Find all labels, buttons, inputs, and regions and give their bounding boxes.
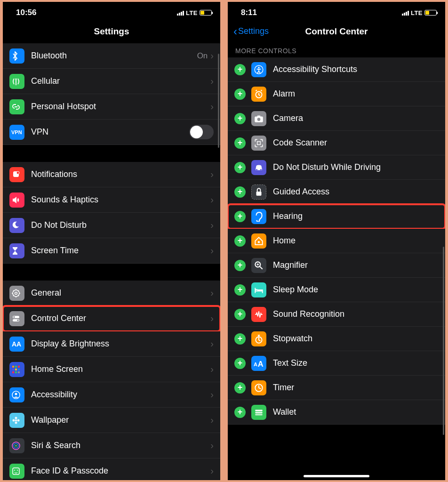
wallet-icon [251,405,266,420]
link-icon [9,99,24,114]
svg-point-25 [13,419,15,421]
vpn-toggle[interactable] [189,125,214,139]
add-button[interactable]: + [234,309,246,320]
chevron-right-icon: › [210,466,214,476]
bluetooth-icon [9,48,24,64]
chevron-right-icon: › [210,440,214,451]
grid-icon [9,362,24,377]
control-row-wallet[interactable]: + Wallet [228,400,445,425]
settings-row-siri-search[interactable]: Siri & Search › [3,433,220,458]
signal-icon [177,10,184,16]
row-label: Wallet [273,407,439,417]
add-button[interactable]: + [234,137,246,149]
control-row-guided-access[interactable]: + Guided Access [228,180,445,204]
moon-icon [9,218,24,233]
add-button[interactable]: + [234,358,246,369]
add-button[interactable]: + [234,211,246,222]
control-row-magnifier[interactable]: + Magnifier [228,253,445,278]
control-row-code-scanner[interactable]: + Code Scanner [228,131,445,155]
control-row-do-not-disturb-while-driving[interactable]: + Do Not Disturb While Driving [228,155,445,180]
add-button[interactable]: + [234,235,246,247]
vpn-icon: VPN [9,125,24,140]
chevron-right-icon: › [210,364,214,375]
qr-icon [251,136,266,151]
network-label: LTE [186,9,198,16]
controls-list[interactable]: + Accessibility Shortcuts + Alarm + Came… [228,57,445,425]
status-bar: 8:11 LTE [228,2,445,22]
chevron-right-icon: › [210,76,214,87]
control-row-hearing[interactable]: + Hearing [228,204,445,229]
add-button[interactable]: + [234,407,246,418]
svg-text:AA: AA [12,340,21,348]
settings-row-vpn[interactable]: VPN VPN [3,120,220,145]
settings-row-cellular[interactable]: Cellular › [3,69,220,94]
back-button[interactable]: ‹ Settings [233,26,269,36]
add-button[interactable]: + [234,382,246,394]
settings-row-screen-time[interactable]: Screen Time › [3,238,220,264]
home-indicator[interactable] [304,475,369,477]
settings-row-control-center[interactable]: Control Center › [3,306,220,331]
row-label: Alarm [273,89,439,99]
settings-row-general[interactable]: General › [3,281,220,306]
control-row-sound-recognition[interactable]: + Sound Recognition [228,302,445,327]
add-button[interactable]: + [234,186,246,198]
chevron-left-icon: ‹ [233,27,237,36]
battery-icon [200,10,212,16]
add-button[interactable]: + [234,333,246,345]
status-bar: 10:56 LTE [3,2,220,22]
svg-text:A: A [254,361,257,367]
control-row-sleep-mode[interactable]: + Sleep Mode [228,278,445,302]
control-row-stopwatch[interactable]: + Stopwatch [228,327,445,351]
settings-row-do-not-disturb[interactable]: Do Not Disturb › [3,213,220,238]
control-center-screen: 8:11 LTE ‹ Settings Control Center MORE … [226,0,448,482]
add-button[interactable]: + [234,162,246,173]
row-label: Personal Hotspot [31,102,210,112]
add-button[interactable]: + [234,260,246,271]
add-button[interactable]: + [234,64,246,75]
scrollbar[interactable] [218,54,219,148]
svg-rect-39 [257,141,261,145]
settings-row-home-screen[interactable]: Home Screen › [3,357,220,382]
page-title: Settings [3,26,220,37]
control-row-home[interactable]: + Home [228,229,445,253]
wave-icon [251,307,266,322]
svg-point-31 [14,470,15,471]
control-row-timer[interactable]: + Timer [228,376,445,400]
row-label: General [31,288,210,298]
row-label: Sound Recognition [273,309,439,319]
speaker-icon [9,193,24,208]
control-row-accessibility-shortcuts[interactable]: + Accessibility Shortcuts [228,57,445,82]
add-button[interactable]: + [234,284,246,296]
scrollbar[interactable] [443,247,444,435]
svg-point-34 [258,66,259,68]
add-button[interactable]: + [234,88,246,100]
settings-row-face-id-passcode[interactable]: Face ID & Passcode › [3,458,220,482]
row-label: Wallpaper [31,415,210,425]
settings-row-display-brightness[interactable]: AA Display & Brightness › [3,331,220,357]
network-label: LTE [411,9,423,16]
svg-rect-16 [18,369,20,370]
row-label: Sounds & Haptics [31,195,210,205]
row-value: On [197,51,208,61]
status-time: 8:11 [241,8,257,17]
settings-row-notifications[interactable]: Notifications › [3,162,220,187]
settings-row-wallpaper[interactable]: Wallpaper › [3,408,220,433]
control-row-camera[interactable]: + Camera [228,106,445,131]
bed-icon [251,282,266,297]
settings-row-bluetooth[interactable]: Bluetooth On› [3,43,220,69]
settings-row-sounds-haptics[interactable]: Sounds & Haptics › [3,187,220,213]
control-row-alarm[interactable]: + Alarm [228,82,445,106]
textsize-icon: AA [251,356,266,371]
svg-point-40 [256,169,257,170]
svg-rect-42 [256,191,262,195]
magnify-icon [251,258,266,273]
chevron-right-icon: › [210,194,214,205]
settings-row-personal-hotspot[interactable]: Personal Hotspot › [3,94,220,120]
settings-row-accessibility[interactable]: Accessibility › [3,382,220,408]
flower-icon [9,413,24,428]
control-row-text-size[interactable]: + AA Text Size [228,351,445,376]
add-button[interactable]: + [234,113,246,124]
settings-list[interactable]: Bluetooth On› Cellular › Personal Hotspo… [3,43,220,482]
svg-point-0 [16,78,17,80]
row-label: Text Size [273,358,439,368]
